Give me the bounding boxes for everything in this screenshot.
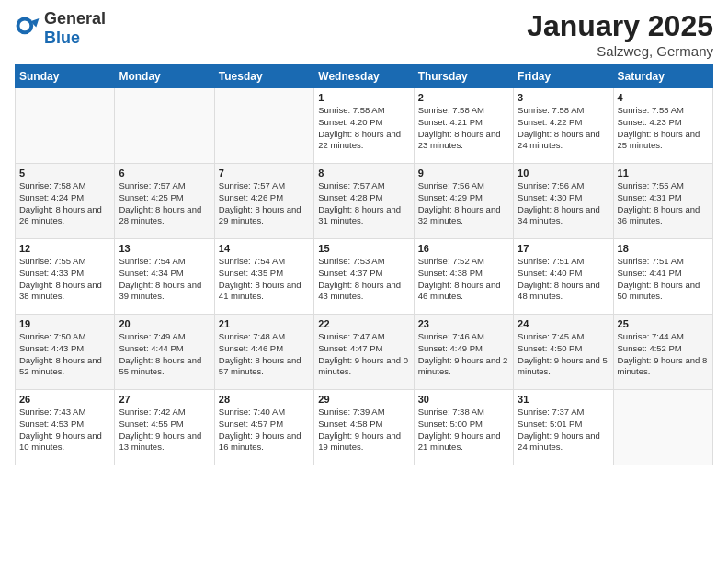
calendar-cell: 11Sunrise: 7:55 AM Sunset: 4:31 PM Dayli… [613,164,712,239]
calendar-cell: 3Sunrise: 7:58 AM Sunset: 4:22 PM Daylig… [514,88,613,164]
day-number: 20 [119,318,210,329]
day-info: Sunrise: 7:38 AM Sunset: 5:00 PM Dayligh… [418,407,509,454]
day-info: Sunrise: 7:56 AM Sunset: 4:29 PM Dayligh… [418,180,509,227]
calendar-cell: 6Sunrise: 7:57 AM Sunset: 4:25 PM Daylig… [115,164,214,239]
day-info: Sunrise: 7:54 AM Sunset: 4:35 PM Dayligh… [219,256,310,303]
calendar-header-row: SundayMondayTuesdayWednesdayThursdayFrid… [16,65,713,88]
day-number: 26 [19,394,110,405]
calendar-cell: 30Sunrise: 7:38 AM Sunset: 5:00 PM Dayli… [414,390,513,465]
calendar-cell: 8Sunrise: 7:57 AM Sunset: 4:28 PM Daylig… [314,164,414,239]
day-header-tuesday: Tuesday [214,65,313,88]
page-container: General Blue January 2025 Salzweg, Germa… [0,0,728,475]
day-number: 29 [318,394,409,405]
day-info: Sunrise: 7:53 AM Sunset: 4:37 PM Dayligh… [318,256,409,303]
day-info: Sunrise: 7:49 AM Sunset: 4:44 PM Dayligh… [119,331,210,378]
calendar-week-row: 1Sunrise: 7:58 AM Sunset: 4:20 PM Daylig… [16,88,713,164]
day-info: Sunrise: 7:44 AM Sunset: 4:52 PM Dayligh… [618,331,709,378]
calendar-cell: 9Sunrise: 7:56 AM Sunset: 4:29 PM Daylig… [414,164,513,239]
day-info: Sunrise: 7:50 AM Sunset: 4:43 PM Dayligh… [19,331,110,378]
day-number: 7 [219,167,310,178]
day-header-thursday: Thursday [414,65,513,88]
day-number: 8 [318,167,409,178]
calendar-cell [115,88,214,164]
calendar-cell: 1Sunrise: 7:58 AM Sunset: 4:20 PM Daylig… [314,88,414,164]
day-info: Sunrise: 7:51 AM Sunset: 4:40 PM Dayligh… [518,256,609,303]
day-header-sunday: Sunday [16,65,115,88]
main-title: January 2025 [527,9,713,43]
day-info: Sunrise: 7:46 AM Sunset: 4:49 PM Dayligh… [418,331,509,378]
day-info: Sunrise: 7:51 AM Sunset: 4:41 PM Dayligh… [618,256,709,303]
calendar-cell: 18Sunrise: 7:51 AM Sunset: 4:41 PM Dayli… [613,239,712,315]
calendar-cell: 17Sunrise: 7:51 AM Sunset: 4:40 PM Dayli… [514,239,613,315]
day-number: 31 [518,394,609,405]
day-info: Sunrise: 7:43 AM Sunset: 4:53 PM Dayligh… [19,407,110,454]
day-info: Sunrise: 7:55 AM Sunset: 4:31 PM Dayligh… [618,180,709,227]
day-header-saturday: Saturday [613,65,712,88]
day-info: Sunrise: 7:58 AM Sunset: 4:20 PM Dayligh… [318,105,409,152]
calendar-cell: 13Sunrise: 7:54 AM Sunset: 4:34 PM Dayli… [115,239,214,315]
calendar-cell: 14Sunrise: 7:54 AM Sunset: 4:35 PM Dayli… [214,239,313,315]
day-info: Sunrise: 7:48 AM Sunset: 4:46 PM Dayligh… [219,331,310,378]
day-header-monday: Monday [115,65,214,88]
day-info: Sunrise: 7:58 AM Sunset: 4:23 PM Dayligh… [618,105,709,152]
day-info: Sunrise: 7:45 AM Sunset: 4:50 PM Dayligh… [518,331,609,378]
day-info: Sunrise: 7:54 AM Sunset: 4:34 PM Dayligh… [119,256,210,303]
calendar-cell: 27Sunrise: 7:42 AM Sunset: 4:55 PM Dayli… [115,390,214,465]
day-number: 27 [119,394,210,405]
calendar-cell: 10Sunrise: 7:56 AM Sunset: 4:30 PM Dayli… [514,164,613,239]
calendar-cell: 15Sunrise: 7:53 AM Sunset: 4:37 PM Dayli… [314,239,414,315]
day-number: 19 [19,318,110,329]
logo-icon [15,16,40,41]
calendar-cell: 12Sunrise: 7:55 AM Sunset: 4:33 PM Dayli… [16,239,115,315]
day-number: 3 [518,92,609,103]
day-number: 12 [19,243,110,254]
calendar-cell: 26Sunrise: 7:43 AM Sunset: 4:53 PM Dayli… [16,390,115,465]
logo-general: General [44,9,106,28]
calendar-cell: 7Sunrise: 7:57 AM Sunset: 4:26 PM Daylig… [214,164,313,239]
day-number: 16 [418,243,509,254]
day-number: 5 [19,167,110,178]
day-info: Sunrise: 7:58 AM Sunset: 4:24 PM Dayligh… [19,180,110,227]
day-info: Sunrise: 7:57 AM Sunset: 4:26 PM Dayligh… [219,180,310,227]
calendar-cell: 20Sunrise: 7:49 AM Sunset: 4:44 PM Dayli… [115,315,214,390]
calendar-cell: 25Sunrise: 7:44 AM Sunset: 4:52 PM Dayli… [613,315,712,390]
calendar-cell [613,390,712,465]
day-header-wednesday: Wednesday [314,65,414,88]
day-number: 18 [618,243,709,254]
day-number: 14 [219,243,310,254]
subtitle: Salzweg, Germany [527,43,713,59]
calendar-cell: 23Sunrise: 7:46 AM Sunset: 4:49 PM Dayli… [414,315,513,390]
calendar-week-row: 26Sunrise: 7:43 AM Sunset: 4:53 PM Dayli… [16,390,713,465]
calendar-cell: 5Sunrise: 7:58 AM Sunset: 4:24 PM Daylig… [16,164,115,239]
calendar-cell: 22Sunrise: 7:47 AM Sunset: 4:47 PM Dayli… [314,315,414,390]
day-info: Sunrise: 7:56 AM Sunset: 4:30 PM Dayligh… [518,180,609,227]
day-info: Sunrise: 7:55 AM Sunset: 4:33 PM Dayligh… [19,256,110,303]
day-number: 21 [219,318,310,329]
logo-blue: Blue [44,29,80,47]
day-number: 11 [618,167,709,178]
calendar-cell: 28Sunrise: 7:40 AM Sunset: 4:57 PM Dayli… [214,390,313,465]
day-number: 24 [518,318,609,329]
calendar-cell: 24Sunrise: 7:45 AM Sunset: 4:50 PM Dayli… [514,315,613,390]
day-number: 1 [318,92,409,103]
calendar-cell [16,88,115,164]
calendar-week-row: 5Sunrise: 7:58 AM Sunset: 4:24 PM Daylig… [16,164,713,239]
calendar-table: SundayMondayTuesdayWednesdayThursdayFrid… [15,64,713,465]
logo-text: General Blue [44,9,106,48]
day-info: Sunrise: 7:58 AM Sunset: 4:21 PM Dayligh… [418,105,509,152]
day-number: 9 [418,167,509,178]
day-info: Sunrise: 7:42 AM Sunset: 4:55 PM Dayligh… [119,407,210,454]
day-number: 25 [618,318,709,329]
day-number: 30 [418,394,509,405]
calendar-week-row: 12Sunrise: 7:55 AM Sunset: 4:33 PM Dayli… [16,239,713,315]
calendar-cell [214,88,313,164]
svg-point-1 [19,20,29,30]
calendar-cell: 2Sunrise: 7:58 AM Sunset: 4:21 PM Daylig… [414,88,513,164]
day-info: Sunrise: 7:40 AM Sunset: 4:57 PM Dayligh… [219,407,310,454]
title-block: January 2025 Salzweg, Germany [527,9,713,59]
day-info: Sunrise: 7:57 AM Sunset: 4:25 PM Dayligh… [119,180,210,227]
day-info: Sunrise: 7:52 AM Sunset: 4:38 PM Dayligh… [418,256,509,303]
day-info: Sunrise: 7:58 AM Sunset: 4:22 PM Dayligh… [518,105,609,152]
calendar-cell: 29Sunrise: 7:39 AM Sunset: 4:58 PM Dayli… [314,390,414,465]
day-number: 10 [518,167,609,178]
